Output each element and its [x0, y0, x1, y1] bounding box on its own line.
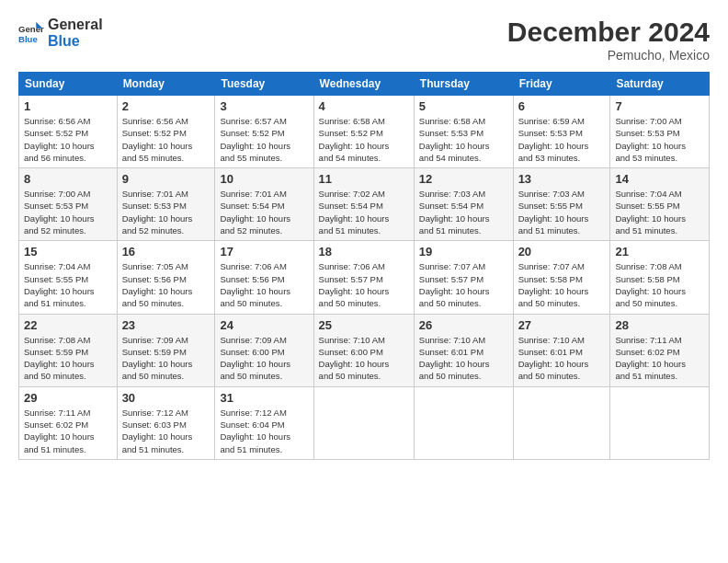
- title-block: December 2024 Pemucho, Mexico: [507, 17, 710, 63]
- calendar-cell: 14Sunrise: 7:04 AMSunset: 5:55 PMDayligh…: [610, 168, 710, 241]
- day-info: Sunrise: 7:06 AMSunset: 5:57 PMDaylight:…: [319, 260, 409, 309]
- calendar-cell: 7Sunrise: 7:00 AMSunset: 5:53 PMDaylight…: [610, 96, 710, 168]
- day-number: 10: [220, 172, 308, 186]
- calendar-cell: 6Sunrise: 6:59 AMSunset: 5:53 PMDaylight…: [513, 96, 610, 168]
- day-number: 12: [419, 172, 508, 186]
- day-info: Sunrise: 7:02 AMSunset: 5:54 PMDaylight:…: [319, 188, 409, 236]
- logo-line2: Blue: [48, 33, 103, 50]
- calendar-cell: 29Sunrise: 7:11 AMSunset: 6:02 PMDayligh…: [19, 386, 118, 459]
- weekday-header-saturday: Saturday: [610, 73, 710, 96]
- day-info: Sunrise: 7:08 AMSunset: 5:59 PMDaylight:…: [24, 334, 112, 383]
- calendar-cell: 27Sunrise: 7:10 AMSunset: 6:01 PMDayligh…: [513, 314, 610, 386]
- day-number: 19: [419, 245, 508, 259]
- day-info: Sunrise: 7:10 AMSunset: 6:01 PMDaylight:…: [518, 334, 606, 383]
- day-info: Sunrise: 7:04 AMSunset: 5:55 PMDaylight:…: [615, 188, 704, 236]
- day-info: Sunrise: 7:06 AMSunset: 5:56 PMDaylight:…: [220, 260, 308, 309]
- day-number: 14: [615, 172, 704, 186]
- calendar-cell: 23Sunrise: 7:09 AMSunset: 5:59 PMDayligh…: [117, 314, 215, 386]
- day-info: Sunrise: 7:07 AMSunset: 5:58 PMDaylight:…: [518, 260, 606, 309]
- day-number: 3: [220, 99, 308, 113]
- calendar-cell: [610, 386, 710, 459]
- calendar-cell: [513, 386, 610, 459]
- day-info: Sunrise: 7:01 AMSunset: 5:54 PMDaylight:…: [220, 188, 308, 236]
- day-info: Sunrise: 7:05 AMSunset: 5:56 PMDaylight:…: [122, 260, 210, 309]
- calendar-cell: 20Sunrise: 7:07 AMSunset: 5:58 PMDayligh…: [513, 241, 610, 314]
- day-number: 31: [220, 391, 308, 405]
- calendar-cell: 26Sunrise: 7:10 AMSunset: 6:01 PMDayligh…: [414, 314, 513, 386]
- svg-text:General: General: [18, 25, 44, 35]
- day-info: Sunrise: 7:12 AMSunset: 6:04 PMDaylight:…: [220, 407, 308, 455]
- day-number: 20: [518, 245, 606, 259]
- calendar-cell: 4Sunrise: 6:58 AMSunset: 5:52 PMDaylight…: [313, 96, 414, 168]
- calendar-cell: 2Sunrise: 6:56 AMSunset: 5:52 PMDaylight…: [117, 96, 215, 168]
- day-number: 2: [122, 99, 210, 113]
- day-number: 28: [615, 318, 704, 332]
- day-number: 18: [319, 245, 409, 259]
- day-info: Sunrise: 7:01 AMSunset: 5:53 PMDaylight:…: [122, 188, 210, 236]
- page: General Blue General Blue December 2024 …: [0, 0, 728, 563]
- day-info: Sunrise: 7:10 AMSunset: 6:01 PMDaylight:…: [419, 334, 508, 383]
- svg-text:Blue: Blue: [18, 34, 38, 44]
- weekday-header-tuesday: Tuesday: [215, 73, 313, 96]
- month-title: December 2024: [507, 17, 710, 48]
- weekday-header-sunday: Sunday: [19, 73, 118, 96]
- calendar-cell: [313, 386, 414, 459]
- day-number: 9: [122, 172, 210, 186]
- day-number: 26: [419, 318, 508, 332]
- calendar-cell: 13Sunrise: 7:03 AMSunset: 5:55 PMDayligh…: [513, 168, 610, 241]
- calendar-cell: 24Sunrise: 7:09 AMSunset: 6:00 PMDayligh…: [215, 314, 313, 386]
- calendar-cell: 28Sunrise: 7:11 AMSunset: 6:02 PMDayligh…: [610, 314, 710, 386]
- day-info: Sunrise: 6:56 AMSunset: 5:52 PMDaylight:…: [122, 115, 210, 164]
- calendar-cell: 18Sunrise: 7:06 AMSunset: 5:57 PMDayligh…: [313, 241, 414, 314]
- calendar-cell: 17Sunrise: 7:06 AMSunset: 5:56 PMDayligh…: [215, 241, 313, 314]
- day-number: 11: [319, 172, 409, 186]
- calendar-cell: 12Sunrise: 7:03 AMSunset: 5:54 PMDayligh…: [414, 168, 513, 241]
- calendar-cell: 8Sunrise: 7:00 AMSunset: 5:53 PMDaylight…: [19, 168, 118, 241]
- day-number: 13: [518, 172, 606, 186]
- calendar-cell: 3Sunrise: 6:57 AMSunset: 5:52 PMDaylight…: [215, 96, 313, 168]
- day-info: Sunrise: 6:57 AMSunset: 5:52 PMDaylight:…: [220, 115, 308, 164]
- day-number: 17: [220, 245, 308, 259]
- calendar-table: SundayMondayTuesdayWednesdayThursdayFrid…: [18, 72, 710, 460]
- day-number: 5: [419, 99, 508, 113]
- calendar-cell: 21Sunrise: 7:08 AMSunset: 5:58 PMDayligh…: [610, 241, 710, 314]
- weekday-header-monday: Monday: [117, 73, 215, 96]
- calendar-cell: 22Sunrise: 7:08 AMSunset: 5:59 PMDayligh…: [19, 314, 118, 386]
- calendar-cell: 25Sunrise: 7:10 AMSunset: 6:00 PMDayligh…: [313, 314, 414, 386]
- logo-line1: General: [48, 17, 103, 33]
- day-info: Sunrise: 7:00 AMSunset: 5:53 PMDaylight:…: [24, 188, 112, 236]
- day-number: 27: [518, 318, 606, 332]
- day-info: Sunrise: 7:11 AMSunset: 6:02 PMDaylight:…: [615, 334, 704, 383]
- day-number: 15: [24, 245, 112, 259]
- header: General Blue General Blue December 2024 …: [18, 17, 710, 63]
- logo: General Blue General Blue: [18, 17, 103, 51]
- weekday-header-wednesday: Wednesday: [313, 73, 414, 96]
- calendar-cell: 9Sunrise: 7:01 AMSunset: 5:53 PMDaylight…: [117, 168, 215, 241]
- day-number: 16: [122, 245, 210, 259]
- logo-icon: General Blue: [18, 20, 44, 46]
- day-number: 1: [24, 99, 112, 113]
- day-info: Sunrise: 6:58 AMSunset: 5:52 PMDaylight:…: [319, 115, 409, 164]
- calendar-cell: 11Sunrise: 7:02 AMSunset: 5:54 PMDayligh…: [313, 168, 414, 241]
- day-info: Sunrise: 7:12 AMSunset: 6:03 PMDaylight:…: [122, 407, 210, 455]
- day-info: Sunrise: 6:59 AMSunset: 5:53 PMDaylight:…: [518, 115, 606, 164]
- day-info: Sunrise: 7:09 AMSunset: 6:00 PMDaylight:…: [220, 334, 308, 383]
- day-info: Sunrise: 7:09 AMSunset: 5:59 PMDaylight:…: [122, 334, 210, 383]
- calendar-cell: [414, 386, 513, 459]
- day-info: Sunrise: 7:07 AMSunset: 5:57 PMDaylight:…: [419, 260, 508, 309]
- day-info: Sunrise: 7:08 AMSunset: 5:58 PMDaylight:…: [615, 260, 704, 309]
- day-number: 7: [615, 99, 704, 113]
- day-number: 6: [518, 99, 606, 113]
- day-number: 23: [122, 318, 210, 332]
- day-number: 22: [24, 318, 112, 332]
- day-info: Sunrise: 6:58 AMSunset: 5:53 PMDaylight:…: [419, 115, 508, 164]
- calendar-cell: 15Sunrise: 7:04 AMSunset: 5:55 PMDayligh…: [19, 241, 118, 314]
- calendar-cell: 16Sunrise: 7:05 AMSunset: 5:56 PMDayligh…: [117, 241, 215, 314]
- day-number: 4: [319, 99, 409, 113]
- calendar-cell: 31Sunrise: 7:12 AMSunset: 6:04 PMDayligh…: [215, 386, 313, 459]
- day-number: 25: [319, 318, 409, 332]
- day-info: Sunrise: 7:11 AMSunset: 6:02 PMDaylight:…: [24, 407, 112, 455]
- weekday-header-thursday: Thursday: [414, 73, 513, 96]
- day-number: 24: [220, 318, 308, 332]
- location-subtitle: Pemucho, Mexico: [507, 48, 710, 63]
